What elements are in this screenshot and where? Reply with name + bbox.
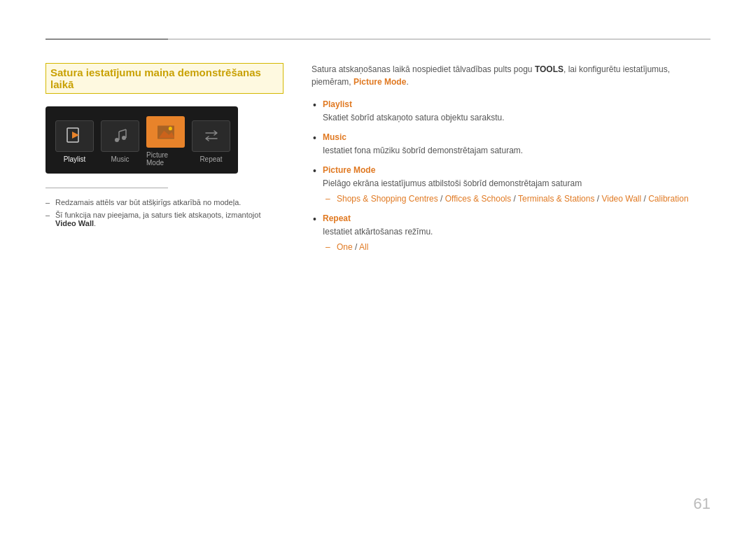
screenshot-icons: Playlist Musi: [55, 116, 228, 167]
note-list: Redzamais attēls var būt atšķirīgs atkar…: [46, 198, 284, 227]
list-item-playlist: Playlist Skatiet šobrīd atskaņoto satura…: [312, 98, 710, 124]
list-item-repeat: Repeat Iestatiet atkārtošanas režīmu. On…: [312, 212, 710, 253]
svg-point-10: [168, 127, 172, 130]
playlist-desc: Skatiet šobrīd atskaņoto satura objektu …: [323, 111, 710, 124]
picture-mode-label: Picture Mode: [146, 151, 185, 167]
page-container: Satura iestatījumu maiņa demonstrēšanas …: [0, 0, 756, 534]
note-item-2: Šī funkcija nav pieejama, ja saturs tiek…: [46, 211, 284, 227]
music-label: Music: [111, 155, 129, 163]
left-divider: [46, 188, 168, 188]
repeat-desc: Iestatiet atkārtošanas režīmu.: [323, 225, 710, 238]
icon-item-music: Music: [101, 120, 139, 163]
repeat-sub-item: One / All: [323, 241, 710, 253]
picture-mode-title: Picture Mode: [323, 165, 375, 175]
right-column: Satura atskaņošanas laikā nospiediet tāl…: [312, 63, 710, 260]
bullet-list: Playlist Skatiet šobrīd atskaņoto satura…: [312, 98, 710, 253]
repeat-sub-list: One / All: [323, 241, 710, 253]
music-icon-box: [101, 120, 139, 152]
repeat-title: Repeat: [323, 213, 351, 223]
icon-item-picture-mode: Picture Mode: [146, 116, 185, 167]
playlist-title: Playlist: [323, 99, 352, 109]
music-icon: [111, 126, 130, 146]
picture-mode-sub-item: Shops & Shopping Centres / Offices & Sch…: [323, 192, 710, 205]
playlist-icon-box: [55, 120, 94, 152]
left-column: Satura iestatījumu maiņa demonstrēšanas …: [46, 63, 284, 260]
screenshot-box: Playlist Musi: [46, 106, 238, 174]
picture-mode-intro-link: Picture Mode: [354, 77, 406, 87]
music-title: Music: [323, 132, 346, 142]
list-item-music: Music Iestatiet fona mūziku šobrīd demon…: [312, 131, 710, 157]
playlist-icon: [65, 126, 85, 146]
picture-mode-sub-list: Shops & Shopping Centres / Offices & Sch…: [323, 192, 710, 205]
note-item-1: Redzamais attēls var būt atšķirīgs atkar…: [46, 198, 284, 206]
svg-point-3: [122, 136, 126, 140]
picture-icon-box: [146, 116, 185, 148]
video-wall-link: Video Wall: [55, 219, 94, 227]
svg-point-2: [115, 138, 119, 142]
icon-item-repeat: Repeat: [192, 120, 230, 163]
top-rule-accent: [46, 38, 168, 40]
picture-mode-desc: Pielāgo ekrāna iestatījumus atbilstoši š…: [323, 177, 710, 190]
intro-text: Satura atskaņošanas laikā nospiediet tāl…: [312, 63, 710, 88]
list-item-picture-mode: Picture Mode Pielāgo ekrāna iestatījumus…: [312, 164, 710, 205]
playlist-label: Playlist: [64, 155, 86, 163]
repeat-label: Repeat: [200, 155, 222, 163]
repeat-icon-box: [192, 120, 230, 152]
music-desc: Iestatiet fona mūziku šobrīd demonstrēta…: [323, 144, 710, 157]
icon-item-playlist: Playlist: [55, 120, 94, 163]
section-title: Satura iestatījumu maiņa demonstrēšanas …: [46, 63, 284, 94]
page-number: 61: [694, 495, 710, 513]
picture-mode-icon: [156, 122, 176, 142]
content-wrapper: Satura iestatījumu maiņa demonstrēšanas …: [46, 63, 710, 260]
repeat-icon: [202, 126, 221, 146]
svg-line-6: [119, 129, 126, 132]
